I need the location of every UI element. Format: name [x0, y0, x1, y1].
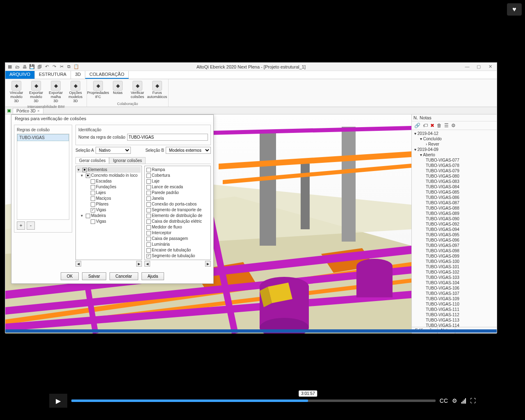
- cc-icon[interactable]: CC: [440, 397, 448, 404]
- note-item[interactable]: TUBO-VIGAS-103: [413, 275, 496, 280]
- note-item[interactable]: TUBO-VIGAS-100: [413, 259, 496, 264]
- tree-item[interactable]: Fundações: [77, 184, 141, 190]
- tree-header[interactable]: ▾■ Elementos: [77, 167, 141, 173]
- subtab-gerar[interactable]: Gerar colisões: [75, 157, 109, 164]
- note-item[interactable]: TUBO-VIGAS-114: [413, 323, 496, 327]
- note-item[interactable]: TUBO-VIGAS-085: [413, 189, 496, 195]
- note-item[interactable]: TUBO-VIGAS-084: [413, 184, 496, 189]
- tab-estrutura[interactable]: ESTRUTURA: [35, 71, 71, 79]
- notes-tree[interactable]: ▾ 2019-04-12▾ Concluído› Rever▾ 2019-04-…: [412, 130, 497, 327]
- qat-icon[interactable]: ✂: [59, 64, 64, 70]
- qat-icon[interactable]: 🖶: [22, 64, 27, 70]
- link-icon[interactable]: 🔗: [414, 123, 420, 128]
- qat-icon[interactable]: ▦: [7, 64, 13, 70]
- settings-icon[interactable]: ⚙: [451, 123, 456, 128]
- note-item[interactable]: TUBO-VIGAS-092: [413, 221, 496, 227]
- ok-button[interactable]: OK: [61, 272, 79, 280]
- close-icon[interactable]: ✕: [486, 64, 494, 69]
- ribbon-button[interactable]: ◆Exportar malha 3D: [46, 80, 65, 104]
- qat-icon[interactable]: ⧉: [66, 64, 72, 70]
- note-item[interactable]: TUBO-VIGAS-086: [413, 195, 496, 200]
- tree-item[interactable]: Vigas: [77, 219, 141, 224]
- tree-item[interactable]: ▾ Madeira: [77, 213, 141, 219]
- ribbon-button[interactable]: ◆Opções modelos 3D: [66, 80, 85, 104]
- qat-icon[interactable]: ↶: [44, 64, 50, 70]
- maximize-icon[interactable]: ▢: [475, 64, 483, 69]
- tree-item[interactable]: Maciços: [77, 196, 141, 201]
- tree-item[interactable]: Medidor de fluxo: [146, 224, 210, 230]
- add-rule-button[interactable]: +: [17, 221, 25, 230]
- note-item[interactable]: TUBO-VIGAS-109: [413, 296, 496, 301]
- tree-item[interactable]: ✓ Segmento de tubulação: [146, 253, 210, 259]
- note-item[interactable]: TUBO-VIGAS-112: [413, 312, 496, 317]
- volume-icon[interactable]: [461, 398, 466, 404]
- note-item[interactable]: ▾ Aberto: [413, 152, 496, 158]
- note-item[interactable]: TUBO-VIGAS-083: [413, 179, 496, 184]
- note-item[interactable]: TUBO-VIGAS-079: [413, 168, 496, 173]
- note-item[interactable]: TUBO-VIGAS-101: [413, 264, 496, 269]
- note-item[interactable]: TUBO-VIGAS-088: [413, 205, 496, 211]
- ribbon-button[interactable]: ◆Verificar colisões: [128, 80, 147, 101]
- tree-item[interactable]: Luminária: [146, 242, 210, 247]
- scroll-left-icon[interactable]: ◀: [144, 261, 150, 267]
- tree-item[interactable]: ✓ Vigas: [77, 207, 141, 213]
- tree-item[interactable]: Caixa de passagem: [146, 236, 210, 242]
- tree-item[interactable]: Janela: [146, 196, 210, 201]
- list-icon[interactable]: ☰: [444, 123, 449, 128]
- tab-colaboracao[interactable]: COLABORAÇÃO: [85, 71, 129, 79]
- tree-item[interactable]: Caixa de distribuição elétric: [146, 219, 210, 224]
- like-button[interactable]: ♥: [507, 3, 522, 16]
- tree-item[interactable]: ▾■ Concreto moldado in loco: [77, 173, 141, 178]
- tree-item[interactable]: Escadas: [77, 178, 141, 184]
- qat-icon[interactable]: 🗁: [14, 64, 20, 70]
- note-item[interactable]: TUBO-VIGAS-094: [413, 227, 496, 232]
- play-button[interactable]: ▶: [49, 394, 67, 408]
- qat-icon[interactable]: 🗐: [37, 64, 42, 70]
- note-item[interactable]: TUBO-VIGAS-106: [413, 285, 496, 291]
- subtab-ignorar[interactable]: Ignorar colisões: [109, 157, 146, 164]
- sel-b-select[interactable]: Modelos externos: [166, 147, 211, 154]
- ribbon-button[interactable]: ◆Furos automáticos: [148, 80, 167, 101]
- note-item[interactable]: TUBO-VIGAS-077: [413, 158, 496, 163]
- note-item[interactable]: TUBO-VIGAS-104: [413, 280, 496, 285]
- trash-icon[interactable]: 🗑: [437, 123, 442, 128]
- note-item[interactable]: TUBO-VIGAS-098: [413, 248, 496, 253]
- scroll-right-icon[interactable]: ▶: [205, 261, 211, 267]
- delete-icon[interactable]: ✖: [430, 123, 434, 128]
- help-button[interactable]: Ajuda: [142, 272, 164, 280]
- rule-item[interactable]: TUBO-VIGAS: [17, 134, 69, 141]
- tree-item[interactable]: Conexão do porta-cabos: [146, 201, 210, 207]
- fullscreen-icon[interactable]: ⛶: [470, 397, 476, 404]
- note-item[interactable]: ▾ Concluído: [413, 136, 496, 142]
- note-item[interactable]: TUBO-VIGAS-078: [413, 163, 496, 168]
- doc-tab-portico[interactable]: Pórtico 3D ×: [13, 108, 43, 114]
- note-item[interactable]: TUBO-VIGAS-087: [413, 200, 496, 205]
- ribbon-button[interactable]: ◆Propriedades IFC: [89, 80, 107, 101]
- note-item[interactable]: TUBO-VIGAS-110: [413, 301, 496, 307]
- note-item[interactable]: TUBO-VIGAS-111: [413, 307, 496, 312]
- tab-3d[interactable]: 3D: [71, 71, 85, 79]
- note-item[interactable]: ▾ 2019-04-12: [413, 131, 496, 136]
- remove-rule-button[interactable]: -: [27, 221, 35, 230]
- qat-icon[interactable]: 📋: [73, 64, 79, 70]
- tree-item[interactable]: Encaixe de tubulação: [146, 247, 210, 253]
- note-item[interactable]: TUBO-VIGAS-090: [413, 216, 496, 221]
- tree-item[interactable]: Rampa: [146, 167, 210, 173]
- tab-arquivo[interactable]: ARQUIVO: [5, 71, 35, 79]
- tree-item[interactable]: Pilares: [77, 201, 141, 207]
- note-item[interactable]: TUBO-VIGAS-080: [413, 173, 496, 179]
- ribbon-button[interactable]: ◆Vincular modelo 3D: [7, 80, 26, 104]
- note-item[interactable]: TUBO-VIGAS-102: [413, 269, 496, 275]
- ribbon-button[interactable]: ◆Notas: [108, 80, 127, 101]
- scroll-right-icon[interactable]: ▶: [136, 261, 142, 267]
- tree-item[interactable]: Segmento de transporte de: [146, 207, 210, 213]
- scroll-left-icon[interactable]: ◀: [75, 261, 81, 267]
- note-item[interactable]: TUBO-VIGAS-096: [413, 237, 496, 243]
- sel-a-select[interactable]: Nativo: [96, 147, 131, 154]
- rules-list[interactable]: TUBO-VIGAS: [17, 134, 69, 220]
- tag-icon[interactable]: 🏷: [423, 123, 428, 128]
- tree-item[interactable]: Lance de escada: [146, 184, 210, 190]
- tree-item[interactable]: Elemento de distribuição de: [146, 213, 210, 219]
- tree-item[interactable]: Laje: [146, 178, 210, 184]
- tree-selection-b[interactable]: Rampa Cobertura Laje Lance de escada Par…: [144, 166, 211, 260]
